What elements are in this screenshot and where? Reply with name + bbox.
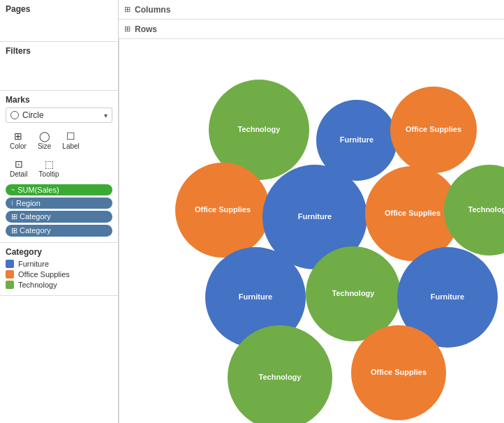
main-area: ⊞ Columns ⊞ Rows TechnologyFurnitureOffi… (119, 0, 504, 423)
legend-section: Category Furniture Office Supplies Techn… (0, 243, 118, 296)
sidebar: Pages Filters Marks Circle ▾ ⊞ Color ◯ (0, 0, 119, 423)
legend-item-technology: Technology (6, 281, 112, 289)
marks-tooltip-button[interactable]: ⬚ Tooltip (35, 156, 64, 180)
columns-grid-icon: ⊞ (124, 5, 131, 14)
pill-sales-label: SUM(Sales) (17, 186, 59, 194)
detail-label: Detail (10, 170, 28, 178)
size-icon: ◯ (39, 131, 50, 142)
legend-swatch-office-supplies (6, 270, 14, 279)
marks-detail-button[interactable]: ⊡ Detail (6, 156, 32, 180)
pill-category2-label: ⊞ Category (11, 226, 51, 235)
pill-region-icon: ⁞ (11, 200, 13, 207)
pill-sales-icon: ~ (11, 186, 15, 193)
marks-type-dropdown[interactable]: Circle ▾ (6, 107, 112, 123)
marks-section: Marks Circle ▾ ⊞ Color ◯ Size ☐ (0, 91, 118, 243)
bubble-11[interactable]: Office Supplies (351, 325, 446, 420)
filters-title: Filters (6, 46, 112, 56)
rows-label: Rows (135, 24, 157, 34)
app-container: Pages Filters Marks Circle ▾ ⊞ Color ◯ (0, 0, 504, 423)
bubble-3[interactable]: Office Supplies (175, 163, 270, 258)
marks-title: Marks (6, 95, 112, 105)
pill-category-2[interactable]: ⊞ Category (6, 225, 112, 237)
marks-buttons-row1: ⊞ Color ◯ Size ☐ Label (6, 128, 112, 152)
pill-category1-label: ⊞ Category (11, 212, 51, 221)
pages-title: Pages (6, 4, 112, 14)
size-label: Size (38, 142, 51, 150)
legend-item-office-supplies: Office Supplies (6, 270, 112, 279)
legend-label-technology: Technology (18, 281, 57, 289)
legend-swatch-furniture (6, 260, 14, 268)
rows-shelf: ⊞ Rows (119, 20, 504, 39)
columns-shelf: ⊞ Columns (119, 0, 504, 20)
tooltip-label: Tooltip (39, 170, 59, 178)
legend-title: Category (6, 247, 112, 257)
filters-section: Filters (0, 42, 118, 91)
pill-category-1[interactable]: ⊞ Category (6, 211, 112, 223)
marks-color-button[interactable]: ⊞ Color (6, 128, 31, 152)
tooltip-icon: ⬚ (45, 158, 54, 170)
chart-area: TechnologyFurnitureOffice SuppliesOffice… (119, 39, 504, 423)
legend-swatch-technology (6, 281, 14, 289)
legend-label-office-supplies: Office Supplies (18, 270, 70, 279)
pill-sales[interactable]: ~ SUM(Sales) (6, 184, 112, 195)
bubble-2[interactable]: Office Supplies (390, 87, 477, 173)
pill-region[interactable]: ⁞ Region (6, 198, 112, 209)
marks-type-label: Circle (22, 110, 44, 120)
bubble-10[interactable]: Technology (228, 325, 332, 423)
color-icon: ⊞ (14, 131, 22, 142)
legend-item-furniture: Furniture (6, 260, 112, 268)
rows-grid-icon: ⊞ (124, 24, 131, 34)
label-label: Label (62, 142, 79, 150)
dropdown-arrow-icon: ▾ (104, 112, 108, 119)
pages-section: Pages (0, 0, 118, 42)
color-label: Color (10, 142, 27, 150)
marks-size-button[interactable]: ◯ Size (34, 128, 55, 152)
marks-pills: ~ SUM(Sales) ⁞ Region ⊞ Category ⊞ Categ… (6, 184, 112, 237)
marks-buttons-row2: ⊡ Detail ⬚ Tooltip (6, 156, 112, 180)
legend-label-furniture: Furniture (18, 260, 49, 268)
bubble-6[interactable]: Technology (444, 165, 504, 255)
pill-region-label: Region (16, 199, 40, 207)
marks-label-button[interactable]: ☐ Label (58, 128, 83, 152)
label-icon: ☐ (66, 131, 75, 142)
detail-icon: ⊡ (15, 158, 23, 170)
columns-label: Columns (135, 5, 170, 15)
circle-type-icon (10, 111, 19, 119)
